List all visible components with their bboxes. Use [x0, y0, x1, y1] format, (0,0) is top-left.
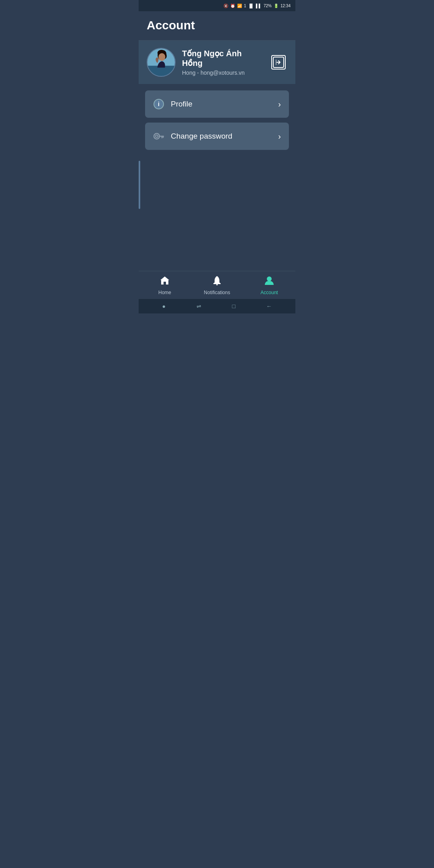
change-password-label: Change password [171, 132, 272, 141]
info-icon: i [154, 99, 164, 109]
alarm-icon: ⏰ [230, 4, 235, 8]
account-nav-label: Account [260, 290, 278, 295]
scroll-indicator [139, 161, 140, 209]
charging-icon: 🔋 [274, 4, 278, 8]
signal-icon: ▐▌ [248, 4, 254, 8]
profile-label: Profile [171, 100, 272, 108]
svg-point-7 [156, 135, 158, 137]
page-title: Account [147, 18, 287, 32]
header: Account [139, 11, 295, 40]
system-recent-button[interactable]: ⇌ [197, 303, 201, 309]
svg-point-4 [158, 53, 165, 61]
system-nav: ● ⇌ □ ← [139, 299, 295, 313]
key-icon-container [153, 131, 164, 142]
key-icon [154, 132, 164, 140]
profile-menu-item[interactable]: i Profile › [145, 90, 289, 118]
user-info: Tống Ngọc Ánh Hồng Hong - hong@xotours.v… [182, 49, 263, 76]
notifications-icon [212, 275, 222, 288]
avatar [147, 48, 176, 77]
sim-icon: 1 [244, 4, 246, 8]
time: 12:34 [280, 4, 291, 8]
change-password-chevron-icon: › [278, 132, 281, 141]
info-icon-container: i [153, 98, 164, 110]
signal2-icon: ▌▌ [256, 4, 262, 8]
profile-chevron-icon: › [278, 100, 281, 109]
change-password-menu-item[interactable]: Change password › [145, 123, 289, 150]
avatar-image [147, 49, 175, 76]
system-home-button[interactable]: ● [162, 303, 165, 309]
mute-icon: 🔇 [223, 4, 228, 8]
logout-icon [271, 55, 286, 70]
user-card: Tống Ngọc Ánh Hồng Hong - hong@xotours.v… [139, 41, 295, 84]
home-icon [160, 275, 170, 288]
section-gap [139, 84, 295, 90]
notifications-nav-label: Notifications [204, 290, 230, 295]
user-name: Tống Ngọc Ánh Hồng [182, 49, 263, 68]
nav-item-notifications[interactable]: Notifications [191, 272, 243, 299]
wifi-icon: 📶 [237, 4, 242, 8]
nav-item-home[interactable]: Home [139, 272, 191, 299]
svg-rect-11 [216, 284, 218, 285]
user-email: Hong - hong@xotours.vn [182, 70, 263, 76]
nav-item-account[interactable]: Account [243, 272, 295, 299]
home-nav-label: Home [158, 290, 171, 295]
battery-text: 72% [264, 4, 272, 8]
system-back-button[interactable]: ← [266, 303, 272, 309]
logout-button[interactable] [270, 53, 287, 71]
account-icon [264, 275, 274, 288]
status-bar: 🔇 ⏰ 📶 1 ▐▌ ▌▌ 72% 🔋 12:34 [139, 0, 295, 11]
system-square-button[interactable]: □ [232, 303, 235, 309]
bottom-nav: Home Notifications Account [139, 271, 295, 299]
svg-point-12 [267, 276, 272, 281]
